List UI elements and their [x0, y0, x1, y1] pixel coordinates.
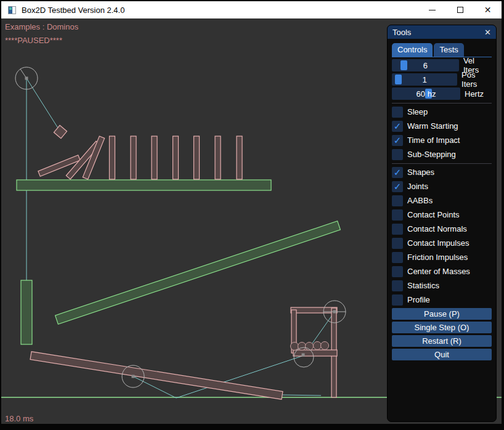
slider-value: 6: [392, 59, 459, 71]
separator: [392, 163, 492, 164]
tools-panel-titlebar[interactable]: Tools ✕: [388, 25, 496, 39]
checkbox-friction-impulses[interactable]: ✓ Friction Impulses: [392, 251, 492, 263]
domino: [173, 136, 179, 179]
tab-controls[interactable]: Controls: [392, 43, 433, 57]
frame-shelf: [293, 350, 337, 356]
joint-anchor: [132, 375, 135, 378]
checkbox-box[interactable]: ✓: [392, 149, 403, 160]
ball: [298, 343, 306, 351]
shelf-top: [17, 180, 271, 190]
paused-label: ****PAUSED****: [5, 36, 62, 45]
maximize-button[interactable]: [446, 1, 474, 18]
ball: [321, 342, 329, 350]
minimize-button[interactable]: [418, 1, 446, 18]
checkbox-shapes[interactable]: ✓ Shapes: [392, 166, 492, 178]
checkbox-box[interactable]: ✓: [392, 266, 403, 277]
checkbox-label: Joints: [407, 182, 428, 191]
example-label: Examples : Dominos: [5, 22, 78, 31]
joint-anchor: [302, 354, 305, 357]
checkbox-label: Sleep: [407, 107, 428, 116]
vel-iters-row: 6 Vel Iters: [392, 59, 492, 71]
slider-label: Hertz: [465, 89, 484, 99]
tools-panel: Tools ✕ Controls Tests 6 Vel Iters 1 P: [387, 25, 497, 422]
checkbox-sub-stepping[interactable]: ✓ Sub-Stepping: [392, 148, 492, 160]
single-step-button[interactable]: Single Step (O): [392, 322, 492, 333]
maximize-icon: [457, 7, 463, 13]
slider-value: 60 hz: [392, 87, 460, 100]
joint-anchor: [333, 310, 336, 314]
vertical-column: [21, 280, 32, 344]
checkbox-box[interactable]: ✓: [392, 238, 403, 249]
checkbox-label: Profile: [407, 295, 430, 304]
checkbox-label: Sub-Stepping: [407, 150, 456, 159]
checkbox-box[interactable]: ✓: [392, 181, 403, 192]
window-title: Box2D Testbed Version 2.4.0: [22, 6, 124, 15]
ball: [291, 343, 299, 351]
checkbox-label: Friction Impulses: [407, 253, 468, 262]
domino: [131, 136, 136, 179]
tab-tests[interactable]: Tests: [434, 43, 463, 57]
checkbox-contact-points[interactable]: ✓ Contact Points: [392, 209, 492, 221]
close-button[interactable]: ✕: [474, 1, 502, 18]
checkbox-label: Contact Normals: [407, 224, 467, 233]
checkbox-aabbs[interactable]: ✓ AABBs: [392, 195, 492, 206]
checkbox-box[interactable]: ✓: [392, 195, 403, 206]
title-bar[interactable]: Box2D Testbed Version 2.4.0 ✕: [1, 1, 502, 18]
domino: [237, 136, 242, 179]
checkbox-box[interactable]: ✓: [392, 294, 403, 306]
checkbox-warm-starting[interactable]: ✓ Warm Starting: [392, 120, 492, 132]
quit-button[interactable]: Quit: [392, 349, 492, 360]
vel-iters-slider[interactable]: 6: [392, 59, 459, 71]
checkbox-label: Center of Masses: [407, 267, 470, 276]
checkbox-label: Contact Impulses: [407, 238, 469, 248]
app-window: Box2D Testbed Version 2.4.0 ✕: [0, 0, 504, 430]
tools-close-icon[interactable]: ✕: [484, 28, 491, 37]
checkbox-label: Time of Impact: [407, 136, 460, 145]
checkbox-time-of-impact[interactable]: ✓ Time of Impact: [392, 134, 492, 146]
checkbox-contact-normals[interactable]: ✓ Contact Normals: [392, 223, 492, 235]
checkbox-box[interactable]: ✓: [392, 280, 403, 291]
checkbox-box[interactable]: ✓: [392, 135, 403, 146]
checkbox-label: Warm Starting: [407, 121, 458, 131]
domino: [110, 136, 115, 179]
slider-value: 1: [392, 73, 457, 86]
pos-iters-row: 1 Pos Iters: [392, 73, 492, 86]
tab-bar: Controls Tests: [392, 43, 492, 57]
hertz-slider[interactable]: 60 hz: [392, 87, 460, 100]
hertz-row: 60 hz Hertz: [392, 87, 492, 100]
minimize-icon: [429, 10, 436, 10]
domino: [215, 136, 221, 179]
checkbox-box[interactable]: ✓: [392, 121, 403, 132]
pos-iters-slider[interactable]: 1: [392, 73, 457, 86]
joint-anchor: [25, 77, 28, 80]
frame-time-label: 18.0 ms: [5, 414, 33, 423]
checkbox-joints[interactable]: ✓ Joints: [392, 181, 492, 192]
close-icon: ✕: [484, 6, 492, 14]
checkbox-profile[interactable]: ✓ Profile: [392, 294, 492, 306]
checkbox-center-of-masses[interactable]: ✓ Center of Masses: [392, 266, 492, 277]
frame-top-beam: [291, 307, 337, 313]
app-icon: [8, 6, 16, 14]
domino: [152, 136, 157, 179]
checkbox-label: Contact Points: [407, 210, 460, 219]
separator: [392, 103, 492, 103]
checkbox-box[interactable]: ✓: [392, 167, 403, 178]
checkbox-box[interactable]: ✓: [392, 252, 403, 263]
ball: [314, 342, 322, 350]
checkbox-sleep[interactable]: ✓ Sleep: [392, 106, 492, 118]
restart-button[interactable]: Restart (R): [392, 335, 492, 347]
checkbox-statistics[interactable]: ✓ Statistics: [392, 280, 492, 291]
pause-button[interactable]: Pause (P): [392, 308, 492, 320]
tools-panel-title: Tools: [392, 28, 411, 37]
checkbox-label: Shapes: [407, 168, 434, 177]
slider-label: Pos Iters: [461, 70, 492, 89]
checkbox-box[interactable]: ✓: [392, 209, 403, 221]
checkbox-label: Statistics: [407, 281, 439, 290]
checkbox-label: AABBs: [407, 196, 433, 205]
checkbox-box[interactable]: ✓: [392, 107, 403, 118]
checkbox-box[interactable]: ✓: [392, 224, 403, 235]
checkbox-contact-impulses[interactable]: ✓ Contact Impulses: [392, 237, 492, 249]
domino: [194, 136, 200, 179]
